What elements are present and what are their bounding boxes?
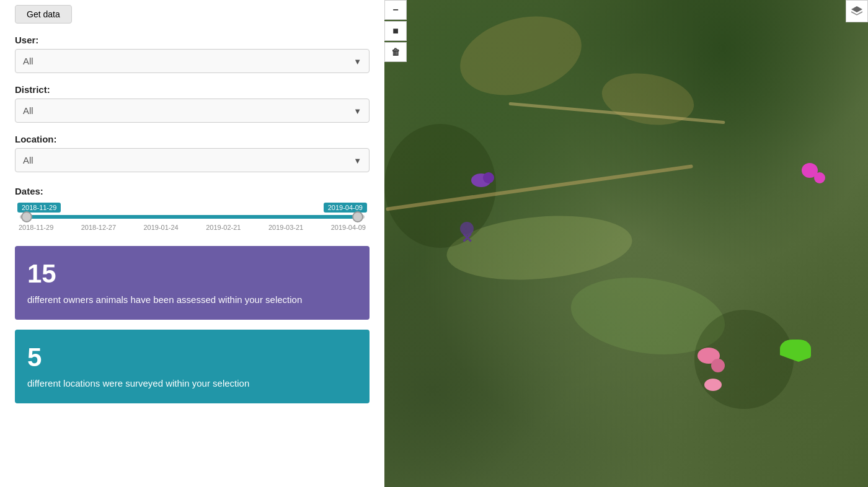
map-marker-pink-bright[interactable] — [704, 379, 722, 391]
date-slider-container: 2018-11-29 2019-04-09 2018-11-29 2018-12… — [15, 203, 370, 231]
svg-marker-0 — [851, 6, 862, 12]
owners-number: 15 — [27, 260, 357, 288]
tick-4: 2019-03-21 — [268, 224, 303, 231]
map-marker-violet[interactable] — [460, 222, 474, 235]
left-panel: Get data User: All ▼ District: All ▼ Loc… — [0, 0, 384, 487]
map-controls: − ■ 🗑 — [384, 0, 407, 62]
terrain-patch — [451, 4, 590, 108]
stop-button[interactable]: ■ — [384, 21, 407, 41]
location-label: Location: — [15, 134, 370, 144]
district-select[interactable]: All — [16, 99, 369, 122]
user-label: User: — [15, 35, 370, 45]
date-start-badge: 2018-11-29 — [17, 203, 61, 213]
map-background: ✕ — [384, 0, 868, 487]
slider-ticks: 2018-11-29 2018-12-27 2019-01-24 2019-02… — [17, 224, 367, 231]
date-end-badge: 2019-04-09 — [324, 203, 367, 213]
map-panel[interactable]: ✕ − ■ 🗑 — [384, 0, 868, 487]
layers-icon — [851, 6, 863, 17]
slider-thumb-right[interactable] — [352, 211, 363, 222]
map-marker-pink-small[interactable] — [711, 359, 725, 372]
location-field-group: Location: All ▼ — [15, 134, 370, 172]
map-layers-button[interactable] — [846, 0, 868, 22]
dates-section: Dates: 2018-11-29 2019-04-09 2018-11-29 … — [15, 186, 370, 236]
locations-stat-card: 5 different locations were surveyed with… — [15, 330, 370, 403]
user-field-group: User: All ▼ — [15, 35, 370, 73]
owners-stat-card: 15 different owners animals have been as… — [15, 246, 370, 320]
user-select-wrapper[interactable]: All ▼ — [15, 49, 370, 73]
terrain-patch — [598, 67, 698, 132]
district-field-group: District: All ▼ — [15, 84, 370, 123]
dates-label: Dates: — [15, 186, 370, 196]
slider-fill — [27, 215, 358, 219]
slider-track[interactable] — [20, 215, 365, 219]
tick-0: 2018-11-29 — [19, 224, 53, 231]
trash-button[interactable]: 🗑 — [384, 42, 407, 62]
map-marker-magenta-small[interactable] — [814, 172, 825, 183]
tick-2: 2019-01-24 — [143, 224, 178, 231]
owners-description: different owners animals have been asses… — [27, 293, 357, 306]
district-select-wrapper[interactable]: All ▼ — [15, 99, 370, 123]
user-select[interactable]: All — [16, 50, 369, 72]
locations-description: different locations were surveyed within… — [27, 377, 357, 390]
tick-1: 2018-12-27 — [81, 224, 116, 231]
map-marker-purple-small[interactable] — [483, 172, 494, 183]
locations-number: 5 — [27, 343, 357, 372]
get-data-button[interactable]: Get data — [15, 5, 72, 24]
slider-thumb-left[interactable] — [21, 211, 32, 222]
slider-labels: 2018-11-29 2019-04-09 — [17, 203, 367, 213]
zoom-out-button[interactable]: − — [384, 0, 407, 20]
location-select[interactable]: All — [16, 149, 369, 172]
location-select-wrapper[interactable]: All ▼ — [15, 148, 370, 172]
district-label: District: — [15, 84, 370, 95]
tick-3: 2019-02-21 — [206, 224, 241, 231]
tick-5: 2019-04-09 — [331, 224, 366, 231]
